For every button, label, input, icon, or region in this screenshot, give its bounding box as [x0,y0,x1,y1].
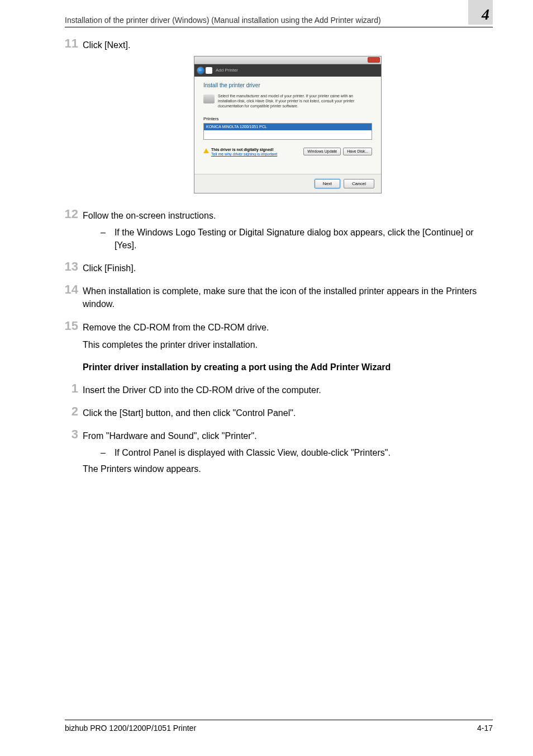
dialog-nav: ← Add Printer [194,64,381,77]
step-number-14: 14 [56,282,78,297]
windows-update-button[interactable]: Windows Update [303,148,341,155]
dialog-titlebar [194,56,381,64]
printer-icon [206,67,212,74]
dialog-nav-text: Add Printer [216,68,238,73]
printers-listbox[interactable]: KONICA MINOLTA 1200/1051 PCL [203,123,372,140]
step2-text-1: Insert the Driver CD into the CD-ROM dri… [83,384,493,396]
printers-label: Printers [203,116,372,122]
step-text-13: Click [Finish]. [83,262,493,275]
footer-page-number: 4-17 [477,724,493,733]
next-button[interactable]: Next [315,179,340,189]
step-text-11: Click [Next]. [83,39,493,51]
step2-3-after: The Printers window appears. [83,462,493,475]
cancel-button[interactable]: Cancel [344,179,374,189]
step2-number-3: 3 [56,427,78,442]
dialog-heading: Install the printer driver [203,82,372,89]
step2-number-2: 2 [56,404,78,419]
step-text-12: Follow the on-screen instructions. [83,209,493,222]
back-icon[interactable]: ← [197,67,204,74]
step-number-11: 11 [56,36,78,51]
chapter-number: 4 [482,6,489,23]
add-printer-dialog: ← Add Printer Install the printer driver… [194,56,382,193]
close-icon[interactable] [368,57,380,63]
step-number-15: 15 [56,319,78,333]
page-header-title: Installation of the printer driver (Wind… [65,16,381,25]
dialog-description: Select the manufacturer and model of you… [218,93,372,108]
step-text-15: Remove the CD-ROM from the CD-ROM drive. [83,321,493,334]
footer-rule [65,720,493,720]
section-title: Printer driver installation by creating … [83,362,493,372]
step2-number-1: 1 [56,381,78,396]
step2-text-2: Click the [Start] button, and then click… [83,407,493,419]
footer-product: bizhub PRO 1200/1200P/1051 Printer [65,724,196,733]
driver-signing-text: This driver is not digitally signed! Tel… [211,148,277,157]
signing-link[interactable]: Tell me why driver signing is important [211,152,277,156]
printer-large-icon [203,94,215,103]
printers-selected-item[interactable]: KONICA MINOLTA 1200/1051 PCL [204,124,372,130]
bullet-dash: – [101,446,106,459]
step2-3-sub: If Control Panel is displayed with Class… [115,446,391,459]
step-15-extra: This completes the printer driver instal… [83,338,493,351]
bullet-dash: – [101,226,106,252]
step-text-14: When installation is complete, make sure… [83,285,493,310]
step2-text-3: From "Hardware and Sound", click "Printe… [83,429,493,442]
have-disk-button[interactable]: Have Disk... [343,148,372,155]
step-12-sub: If the Windows Logo Testing or Digital S… [115,226,493,252]
chapter-number-box: 4 [468,0,493,25]
step-number-12: 12 [56,207,78,221]
step-number-13: 13 [56,259,78,274]
warning-icon [203,148,209,153]
